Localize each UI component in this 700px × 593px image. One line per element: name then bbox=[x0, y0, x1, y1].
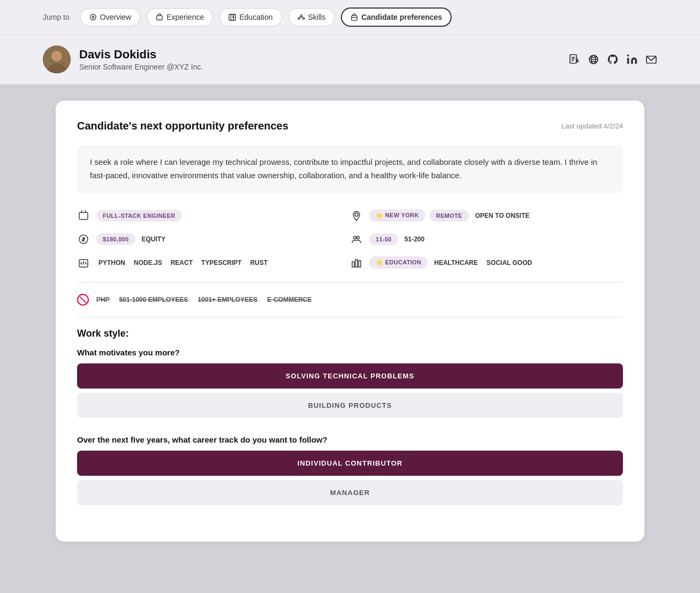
avatar bbox=[43, 45, 71, 73]
exclusions-row: PHP 501-1000 EMPLOYEES 1001+ EMPLOYEES E… bbox=[77, 293, 623, 306]
profile-name: Davis Dokidis bbox=[79, 48, 203, 62]
salary-tag-amount: $180,000 bbox=[96, 233, 135, 245]
industry-tag-healthcare: HEALTHCARE bbox=[432, 256, 480, 269]
jump-to-label: Jump to bbox=[43, 13, 70, 21]
choice-manager[interactable]: MANAGER bbox=[77, 480, 623, 505]
svg-point-7 bbox=[300, 15, 302, 17]
work-style-section: Work style: What motivates you more? SOL… bbox=[77, 328, 623, 510]
role-tags: FULL-STACK ENGINEER bbox=[96, 210, 182, 222]
experience-icon bbox=[156, 13, 163, 21]
avatar-image bbox=[43, 45, 71, 73]
no-icon bbox=[77, 294, 89, 306]
github-icon[interactable] bbox=[607, 54, 619, 65]
bio-text: I seek a role where I can leverage my te… bbox=[90, 156, 610, 183]
work-style-title: Work style: bbox=[77, 328, 623, 339]
location-icon bbox=[350, 209, 363, 222]
location-tag-newyork: ⭐ NEW YORK bbox=[369, 209, 425, 222]
svg-rect-35 bbox=[352, 262, 354, 267]
industry-tag-education: ⭐ EDUCATION bbox=[369, 256, 428, 269]
tech-nodejs: NODE.JS bbox=[132, 256, 164, 269]
choice-individual-contributor[interactable]: INDIVIDUAL CONTRIBUTOR bbox=[77, 451, 623, 476]
pref-tech-row: PYTHON NODE.JS REACT TYPESCRIPT RUST bbox=[77, 256, 350, 269]
tech-rust: RUST bbox=[248, 256, 270, 269]
choice-building-products[interactable]: BUILDING PRODUCTS bbox=[77, 393, 623, 418]
main-content: Candidate's next opportunity preferences… bbox=[56, 101, 644, 542]
profile-left: Davis Dokidis Senior Software Engineer @… bbox=[43, 45, 203, 73]
salary-tags: $180,000 EQUITY bbox=[96, 233, 168, 246]
size-tag-medium: 51-200 bbox=[402, 233, 427, 246]
location-tag-remote: REMOTE bbox=[430, 210, 469, 222]
industry-icon bbox=[350, 256, 363, 269]
company-size-icon bbox=[350, 233, 363, 246]
download-icon[interactable] bbox=[568, 54, 580, 65]
question-1-block: What motivates you more? SOLVING TECHNIC… bbox=[77, 348, 623, 422]
exclusion-1001plus: 1001+ EMPLOYEES bbox=[195, 293, 260, 306]
card-title: Candidate's next opportunity preferences bbox=[77, 120, 288, 132]
exclusion-php: PHP bbox=[94, 293, 112, 306]
tech-tags: PYTHON NODE.JS REACT TYPESCRIPT RUST bbox=[96, 256, 270, 269]
linkedin-icon[interactable] bbox=[626, 54, 638, 65]
avatar-svg bbox=[43, 45, 71, 73]
svg-point-32 bbox=[354, 236, 356, 239]
question-1-label: What motivates you more? bbox=[77, 348, 623, 357]
svg-point-30 bbox=[355, 213, 358, 216]
role-icon bbox=[77, 209, 90, 222]
tech-typescript: TYPESCRIPT bbox=[199, 256, 244, 269]
profile-icons bbox=[568, 54, 657, 65]
svg-point-1 bbox=[92, 16, 94, 18]
overview-icon bbox=[89, 13, 97, 21]
last-updated: Last updated 4/2/24 bbox=[561, 122, 623, 130]
company-size-tags: 11-50 51-200 bbox=[369, 233, 427, 246]
svg-rect-2 bbox=[157, 16, 163, 20]
choice-solving-technical[interactable]: SOLVING TECHNICAL PROBLEMS bbox=[77, 363, 623, 389]
salary-tag-equity: EQUITY bbox=[140, 233, 168, 246]
exclusion-ecommerce: E-COMMERCE bbox=[265, 293, 314, 306]
pref-company-size-row: 11-50 51-200 bbox=[350, 233, 623, 246]
salary-icon bbox=[77, 233, 90, 246]
question-2-block: Over the next five years, what career tr… bbox=[77, 435, 623, 510]
pref-location-row: ⭐ NEW YORK REMOTE OPEN TO ONSITE bbox=[350, 209, 623, 222]
page-wrapper: Jump to Overview Experience Education bbox=[0, 0, 700, 593]
nav-btn-overview[interactable]: Overview bbox=[80, 8, 140, 26]
education-icon bbox=[229, 13, 236, 21]
industry-tags: ⭐ EDUCATION HEALTHCARE SOCIAL GOOD bbox=[369, 256, 534, 269]
divider bbox=[77, 282, 623, 283]
preferences-grid: FULL-STACK ENGINEER ⭐ NEW YORK REMOTE bbox=[77, 209, 623, 269]
nav-btn-skills[interactable]: Skills bbox=[288, 8, 335, 26]
globe-icon[interactable] bbox=[588, 54, 599, 65]
tech-react: REACT bbox=[169, 256, 195, 269]
location-tag-onsite: OPEN TO ONSITE bbox=[473, 209, 532, 222]
svg-point-0 bbox=[90, 14, 96, 20]
role-tag-fullstack: FULL-STACK ENGINEER bbox=[96, 210, 182, 222]
svg-rect-36 bbox=[355, 260, 357, 267]
svg-point-27 bbox=[627, 55, 629, 57]
email-icon[interactable] bbox=[645, 54, 657, 65]
tech-python: PYTHON bbox=[96, 256, 127, 269]
top-nav: Jump to Overview Experience Education bbox=[0, 0, 700, 35]
size-tag-small: 11-50 bbox=[369, 233, 398, 245]
svg-rect-12 bbox=[352, 16, 357, 20]
nav-btn-education[interactable]: Education bbox=[219, 8, 281, 26]
svg-line-10 bbox=[299, 17, 301, 18]
profile-info: Davis Dokidis Senior Software Engineer @… bbox=[79, 48, 203, 71]
industry-tag-socialgood: SOCIAL GOOD bbox=[484, 256, 534, 269]
divider-2 bbox=[77, 317, 623, 317]
svg-point-33 bbox=[357, 236, 360, 239]
nav-btn-candidate-preferences[interactable]: Candidate preferences bbox=[341, 7, 452, 27]
exclusion-501-1000: 501-1000 EMPLOYEES bbox=[117, 293, 191, 306]
profile-title: Senior Software Engineer @XYZ Inc. bbox=[79, 63, 203, 71]
pref-role-row: FULL-STACK ENGINEER bbox=[77, 209, 350, 222]
svg-rect-29 bbox=[79, 212, 88, 219]
bio-box: I seek a role where I can leverage my te… bbox=[77, 145, 623, 193]
pref-salary-row: $180,000 EQUITY bbox=[77, 233, 350, 246]
svg-point-15 bbox=[51, 51, 62, 62]
question-2-label: Over the next five years, what career tr… bbox=[77, 435, 623, 444]
card-header: Candidate's next opportunity preferences… bbox=[77, 120, 623, 132]
pref-industry-row: ⭐ EDUCATION HEALTHCARE SOCIAL GOOD bbox=[350, 256, 623, 269]
svg-rect-37 bbox=[359, 261, 361, 267]
svg-line-11 bbox=[301, 17, 303, 18]
bag-icon bbox=[351, 13, 358, 21]
profile-header: Davis Dokidis Senior Software Engineer @… bbox=[0, 35, 700, 85]
tech-icon bbox=[77, 256, 90, 269]
nav-btn-experience[interactable]: Experience bbox=[147, 8, 213, 26]
